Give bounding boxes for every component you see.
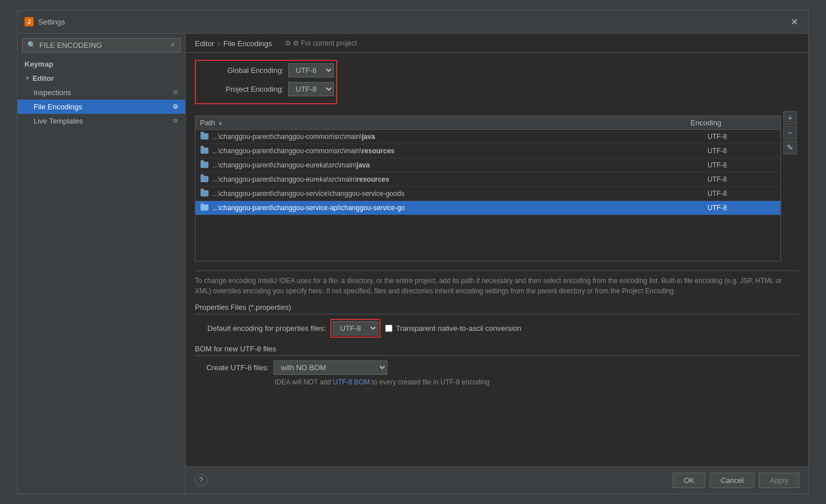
folder-icon (200, 203, 209, 212)
edit-row-button[interactable]: ✎ (783, 141, 797, 154)
title-bar: J Settings ✕ (18, 11, 808, 34)
row-path: ...\changgou-parent\changgou-common\src\… (212, 147, 708, 155)
ok-button[interactable]: OK (673, 473, 705, 488)
row-path: ...\changgou-parent\changgou-eureka\src\… (212, 161, 708, 169)
close-button[interactable]: ✕ (787, 15, 802, 28)
app-icon: J (24, 17, 34, 26)
breadcrumb-separator: › (218, 39, 220, 48)
folder-icon (200, 146, 209, 155)
table-row[interactable]: ...\changgou-parent\changgou-service\cha… (195, 187, 780, 201)
table-row[interactable]: ...\changgou-parent\changgou-common\src\… (195, 130, 780, 144)
sidebar: 🔍 ✕ Keymap ▼ Editor Inspections ⚙ File E… (18, 34, 186, 494)
transparent-conversion-checkbox[interactable] (385, 325, 392, 332)
create-utf8-label: Create UTF-8 files: (195, 363, 269, 372)
table-empty-space (195, 215, 780, 261)
sidebar-item-keymap-label: Keymap (24, 60, 54, 68)
table-row-selected[interactable]: ...\changgou-parent\changgou-service-api… (195, 201, 780, 215)
sort-arrow-icon: ▲ (218, 120, 223, 126)
folder-icon (200, 161, 209, 170)
row-path: ...\changgou-parent\changgou-service-api… (212, 204, 708, 212)
search-clear-button[interactable]: ✕ (170, 41, 175, 49)
bom-note: IDEA will NOT add UTF-8 BOM to every cre… (275, 378, 799, 386)
row-encoding: UTF-8 (708, 133, 776, 141)
table-header: Path ▲ Encoding (195, 116, 780, 130)
sidebar-item-live-templates-label: Live Templates (34, 117, 83, 125)
sidebar-item-inspections-label: Inspections (34, 88, 71, 97)
global-encoding-row: Global Encoding: UTF-8 (198, 63, 334, 77)
properties-encoding-select[interactable]: UTF-8 (333, 321, 378, 335)
row-encoding: UTF-8 (708, 147, 776, 155)
project-encoding-select[interactable]: UTF-8 (288, 82, 334, 96)
row-path: ...\changgou-parent\changgou-eureka\src\… (212, 175, 708, 183)
sidebar-item-file-encodings[interactable]: File Encodings ⚙ (18, 100, 185, 114)
table-row[interactable]: ...\changgou-parent\changgou-eureka\src\… (195, 158, 780, 173)
panel-header: Editor › File Encodings ⚙ ⚙ For current … (186, 34, 808, 53)
apply-button[interactable]: Apply (759, 473, 799, 488)
main-content: 🔍 ✕ Keymap ▼ Editor Inspections ⚙ File E… (18, 34, 808, 494)
table-row[interactable]: ...\changgou-parent\changgou-eureka\src\… (195, 173, 780, 187)
file-encodings-table: Path ▲ Encoding ...\changgou-parent\chan… (195, 116, 781, 261)
folder-icon (200, 189, 209, 198)
folder-icon (200, 175, 209, 184)
column-path[interactable]: Path ▲ (200, 118, 690, 127)
sidebar-item-file-encodings-label: File Encodings (34, 103, 82, 111)
title-bar-left: J Settings (24, 17, 65, 26)
search-input[interactable] (39, 41, 166, 50)
encoding-settings-group: Global Encoding: UTF-8 Project Encoding:… (195, 60, 799, 104)
breadcrumb-parent: Editor (195, 39, 214, 48)
project-encoding-row: Project Encoding: UTF-8 (198, 82, 334, 96)
create-utf8-row: Create UTF-8 files: with NO BOM with BOM (195, 360, 799, 375)
row-path: ...\changgou-parent\changgou-service\cha… (212, 190, 708, 198)
default-encoding-label: Default encoding for properties files: (195, 324, 326, 333)
right-panel: Editor › File Encodings ⚙ ⚙ For current … (186, 34, 808, 494)
for-current-project-label: ⚙ ⚙ For current project (285, 39, 357, 47)
search-box[interactable]: 🔍 ✕ (22, 38, 181, 52)
sidebar-item-inspections[interactable]: Inspections ⚙ (18, 85, 185, 100)
add-row-button[interactable]: + (783, 111, 797, 125)
column-encoding: Encoding (690, 118, 759, 127)
table-action-buttons: + − ✎ (781, 111, 799, 266)
actions-spacer (759, 118, 776, 127)
props-highlight-box: UTF-8 (330, 319, 381, 338)
global-encoding-select[interactable]: UTF-8 (288, 63, 334, 77)
create-utf8-select[interactable]: with NO BOM with BOM (273, 360, 387, 375)
bom-section-title: BOM for new UTF-8 files (195, 345, 799, 356)
transparent-conversion-label[interactable]: Transparent native-to-ascii conversion (385, 324, 521, 333)
utf8-bom-link[interactable]: UTF-8 BOM (333, 378, 370, 386)
expand-arrow-icon: ▼ (24, 75, 30, 81)
cancel-button[interactable]: Cancel (710, 473, 754, 488)
encoding-highlight-box: Global Encoding: UTF-8 Project Encoding:… (195, 60, 337, 104)
row-encoding: UTF-8 (708, 190, 776, 198)
global-encoding-label: Global Encoding: (198, 66, 284, 75)
help-button[interactable]: ? (195, 474, 207, 486)
default-encoding-row: Default encoding for properties files: U… (195, 319, 799, 338)
remove-row-button[interactable]: − (783, 126, 797, 140)
dialog-title: Settings (38, 18, 65, 26)
row-path: ...\changgou-parent\changgou-common\src\… (212, 133, 708, 141)
sidebar-item-editor[interactable]: ▼ Editor (18, 71, 185, 85)
folder-icon (200, 132, 209, 141)
sidebar-item-keymap[interactable]: Keymap (18, 57, 185, 71)
row-encoding: UTF-8 (708, 161, 776, 169)
inspections-icon: ⚙ (173, 89, 178, 96)
properties-section-title: Properties Files (*.properties) (195, 303, 799, 314)
row-encoding: UTF-8 (708, 204, 776, 212)
search-icon: 🔍 (27, 41, 36, 49)
settings-dialog: J Settings ✕ 🔍 ✕ Keymap ▼ Editor (17, 10, 809, 494)
live-templates-icon: ⚙ (173, 117, 178, 125)
project-encoding-label: Project Encoding: (198, 85, 284, 93)
bottom-bar: ? OK Cancel Apply (186, 466, 808, 494)
file-encodings-table-wrapper: Path ▲ Encoding ...\changgou-parent\chan… (195, 111, 799, 266)
row-encoding: UTF-8 (708, 175, 776, 183)
sidebar-item-live-templates[interactable]: Live Templates ⚙ (18, 114, 185, 128)
breadcrumb-current: File Encodings (223, 39, 272, 48)
table-row[interactable]: ...\changgou-parent\changgou-common\src\… (195, 144, 780, 158)
info-text: To change encoding IntelliJ IDEA uses fo… (195, 271, 799, 296)
file-encodings-icon: ⚙ (173, 103, 178, 110)
panel-body: Global Encoding: UTF-8 Project Encoding:… (186, 53, 808, 466)
sidebar-item-editor-label: Editor (32, 74, 54, 83)
gear-icon: ⚙ (285, 39, 291, 47)
